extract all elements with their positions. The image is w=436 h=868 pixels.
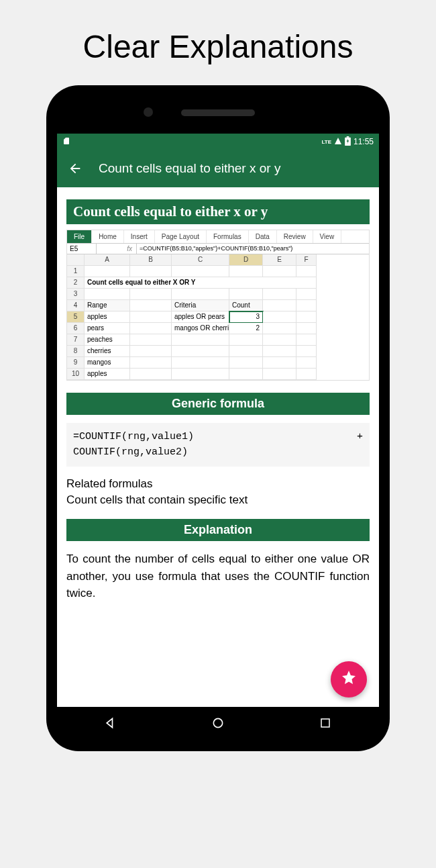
criteria-header: Criteria [172,300,229,311]
svg-point-2 [213,718,222,727]
range-val-0: apples [85,311,130,323]
page-heading: Clear Explanations [0,0,436,85]
related-heading: Related formulas [66,477,370,491]
explanation-text: To count the number of cells equal to ei… [66,550,370,602]
status-bar: LTE 11:55 [57,134,379,150]
corner-cell [67,254,85,266]
phone-screen: LTE 11:55 Count cells equal to either x … [57,134,379,707]
generic-formula-header: Generic formula [66,393,370,415]
explanation-header: Explanation [66,519,370,541]
row-8: 8 [67,346,85,357]
col-f: F [296,254,317,266]
name-box: E5 [67,244,97,254]
sd-card-icon [62,137,70,147]
range-val-2: peaches [85,334,130,346]
col-c: C [172,254,229,266]
count-header: Count [229,300,263,311]
phone-frame: LTE 11:55 Count cells equal to either x … [46,85,390,751]
battery-icon [345,136,351,148]
row-9: 9 [67,357,85,369]
count-1: 2 [229,323,263,334]
range-val-1: pears [85,323,130,334]
fab-star-button[interactable] [331,661,367,697]
spreadsheet-grid: A B C D E F 1 2 Count cells equal to eit… [67,254,369,380]
svg-rect-3 [321,719,329,727]
row-4: 4 [67,300,85,311]
formula-text: =COUNTIF(B5:B10,"apples")+COUNTIF(B5:B10… [137,244,369,254]
ribbon-tab-layout: Page Layout [155,230,207,243]
svg-rect-1 [347,136,349,138]
excel-screenshot: File Home Insert Page Layout Formulas Da… [66,230,370,381]
nav-recent-button[interactable] [317,715,333,731]
col-b: B [130,254,172,266]
star-icon [341,669,357,689]
ribbon-tabs: File Home Insert Page Layout Formulas Da… [67,230,369,243]
count-0: 3 [229,311,263,323]
lte-indicator: LTE [321,139,331,145]
row-3: 3 [67,289,85,300]
ribbon-tab-formulas: Formulas [207,230,249,243]
ribbon-tab-review: Review [277,230,313,243]
content-area[interactable]: Count cells equal to either x or y File … [57,187,379,707]
code-line-2: COUNTIF(rng,value2) [73,446,188,458]
code-block: =COUNTIF(rng,value1) COUNTIF(rng,value2)… [66,423,370,467]
row-2: 2 [67,277,85,289]
range-val-5: apples [85,369,130,380]
ribbon-tab-file: File [67,230,92,243]
related-link[interactable]: Count cells that contain specific text [66,493,370,507]
status-time: 11:55 [353,137,374,146]
ribbon-tab-home: Home [92,230,124,243]
col-d: D [229,254,263,266]
col-a: A [85,254,130,266]
content-title: Count cells equal to either x or y [66,199,370,224]
phone-camera [144,107,153,117]
row-10: 10 [67,369,85,380]
formula-bar: E5 fx =COUNTIF(B5:B10,"apples")+COUNTIF(… [67,243,369,254]
row-7: 7 [67,334,85,346]
code-line-1: =COUNTIF(rng,value1) [73,431,194,442]
signal-icon [334,137,342,147]
criteria-0: apples OR pears [172,311,229,323]
android-nav-bar [57,707,379,739]
col-e: E [263,254,296,266]
ribbon-tab-insert: Insert [124,230,155,243]
criteria-1: mangos OR cherries [172,323,229,334]
range-val-4: mangos [85,357,130,369]
range-val-3: cherries [85,346,130,357]
ribbon-tab-view: View [313,230,342,243]
sheet-caption: Count cells equal to either X OR Y [85,277,317,289]
nav-home-button[interactable] [210,715,226,731]
row-6: 6 [67,323,85,334]
back-button[interactable] [68,161,83,176]
phone-speaker [181,109,255,116]
app-bar-title: Count cells equal to either x or y [99,161,280,176]
ribbon-tab-data: Data [249,230,277,243]
fx-label: fx [97,244,137,254]
row-1: 1 [67,266,85,277]
range-header: Range [85,300,130,311]
app-bar: Count cells equal to either x or y [57,150,379,187]
row-5: 5 [67,311,85,323]
nav-back-button[interactable] [103,715,119,731]
code-plus: + [357,430,363,445]
